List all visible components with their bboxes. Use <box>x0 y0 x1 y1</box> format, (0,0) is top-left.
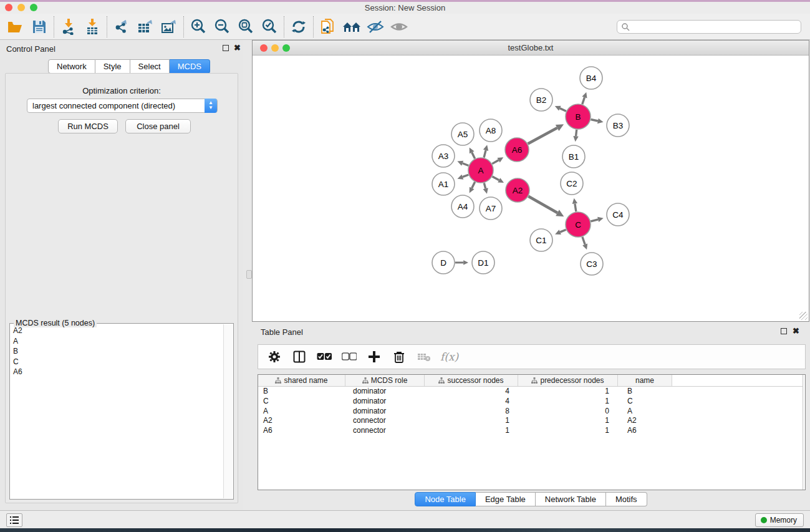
window-resize-grip[interactable] <box>799 312 808 320</box>
criterion-dropdown[interactable]: largest connected component (directed) ▲… <box>27 99 218 113</box>
add-column-button[interactable] <box>365 348 383 365</box>
cell-MCDS-role[interactable]: dominator <box>345 407 425 417</box>
delete-column-button[interactable] <box>390 348 408 365</box>
zoom-in-button[interactable] <box>186 16 210 37</box>
cell-MCDS-role[interactable]: dominator <box>345 387 425 397</box>
edge-A-A6[interactable] <box>492 160 498 164</box>
network-maximize-button[interactable] <box>282 44 290 52</box>
cell-name[interactable]: A <box>618 407 672 417</box>
mcds-result-item[interactable]: B <box>11 346 223 357</box>
save-session-button[interactable] <box>27 16 51 37</box>
table-row[interactable]: Adominator80A <box>258 407 805 417</box>
import-table-button[interactable] <box>80 16 104 37</box>
first-neighbors-button[interactable] <box>340 16 364 37</box>
network-window-titlebar[interactable]: testGlobe.txt <box>253 41 809 56</box>
cell-predecessor-nodes[interactable]: 0 <box>518 407 618 417</box>
zoom-out-button[interactable] <box>210 16 234 37</box>
edge-A-A7[interactable] <box>484 183 485 188</box>
edge-A2-C[interactable] <box>528 196 557 213</box>
show-all-button[interactable] <box>387 16 411 37</box>
float-panel-icon[interactable] <box>223 45 229 51</box>
table-row[interactable]: A6connector11A6 <box>258 426 805 436</box>
edge-A-A1[interactable] <box>463 175 468 177</box>
select-all-button[interactable] <box>316 348 333 365</box>
table-row[interactable]: Bdominator41B <box>258 387 805 397</box>
cell-shared-name[interactable]: A <box>258 407 345 417</box>
refresh-button[interactable] <box>287 16 311 37</box>
edge-C-C2[interactable] <box>575 203 576 211</box>
cell-successor-nodes[interactable]: 1 <box>425 416 518 426</box>
cell-name[interactable]: A2 <box>618 416 672 426</box>
edge-A6-B[interactable] <box>528 128 557 143</box>
task-history-button[interactable] <box>6 513 22 527</box>
table-scrollbar[interactable] <box>803 375 805 490</box>
network-close-button[interactable] <box>260 44 268 52</box>
edge-A-A4[interactable] <box>472 182 475 188</box>
mcds-result-item[interactable]: A6 <box>11 367 223 377</box>
cell-successor-nodes[interactable]: 8 <box>425 407 518 417</box>
export-table-button[interactable] <box>133 16 157 37</box>
cell-successor-nodes[interactable]: 4 <box>425 397 518 407</box>
edge-B-B1[interactable] <box>576 130 577 136</box>
close-window-button[interactable] <box>5 4 12 11</box>
edge-A-A8[interactable] <box>484 150 486 158</box>
column-header-successor-nodes[interactable]: successor nodes <box>425 375 518 386</box>
table-row[interactable]: A2connector11A2 <box>258 416 805 426</box>
close-table-panel-icon[interactable]: ✖ <box>793 327 799 336</box>
deselect-all-button[interactable] <box>340 348 358 365</box>
network-minimize-button[interactable] <box>271 44 279 52</box>
clone-network-button[interactable] <box>316 16 340 37</box>
cell-MCDS-role[interactable]: connector <box>345 416 425 426</box>
tab-edge-table[interactable]: Edge Table <box>476 492 536 506</box>
cell-name[interactable]: C <box>618 397 672 407</box>
cell-successor-nodes[interactable]: 4 <box>425 387 518 397</box>
tab-network[interactable]: Network <box>48 59 95 74</box>
search-input[interactable] <box>630 22 797 31</box>
tab-node-table[interactable]: Node Table <box>415 492 476 506</box>
mcds-result-list[interactable]: A2ABCA6 <box>11 326 223 498</box>
cell-predecessor-nodes[interactable]: 1 <box>518 397 618 407</box>
tab-select[interactable]: Select <box>130 59 170 74</box>
tab-mcds[interactable]: MCDS <box>170 59 210 74</box>
table-options-button[interactable] <box>266 348 283 365</box>
float-table-panel-icon[interactable] <box>781 328 787 334</box>
search-box[interactable] <box>617 20 801 34</box>
edge-B-B4[interactable] <box>582 97 585 104</box>
cell-shared-name[interactable]: C <box>258 397 345 407</box>
edge-C-C4[interactable] <box>591 220 598 221</box>
edge-C-C3[interactable] <box>582 237 585 244</box>
edge-A-A5[interactable] <box>472 152 475 158</box>
column-header-shared-name[interactable]: shared name <box>258 375 345 386</box>
mcds-result-item[interactable]: A <box>11 336 223 347</box>
table-row[interactable]: Cdominator41C <box>258 397 805 407</box>
cell-predecessor-nodes[interactable]: 1 <box>518 426 618 436</box>
edge-A-A2[interactable] <box>492 177 499 180</box>
run-mcds-button[interactable]: Run MCDS <box>58 119 118 133</box>
edge-C-C1[interactable] <box>560 230 566 232</box>
cell-name[interactable]: B <box>618 387 672 397</box>
cell-shared-name[interactable]: B <box>258 387 345 397</box>
tab-style[interactable]: Style <box>95 59 130 74</box>
close-panel-icon[interactable]: ✖ <box>234 44 241 52</box>
edge-A-A3[interactable] <box>463 163 469 166</box>
zoom-selected-button[interactable] <box>258 16 281 37</box>
cell-shared-name[interactable]: A6 <box>258 426 345 436</box>
vertical-splitter-grip[interactable] <box>246 270 252 279</box>
column-header-MCDS-role[interactable]: MCDS role <box>345 375 425 386</box>
tab-network-table[interactable]: Network Table <box>536 492 606 506</box>
maximize-window-button[interactable] <box>30 4 37 11</box>
cell-successor-nodes[interactable]: 1 <box>425 426 518 436</box>
hide-selected-button[interactable] <box>364 16 387 37</box>
export-image-button[interactable] <box>157 16 181 37</box>
edge-B-B2[interactable] <box>560 109 566 112</box>
import-network-button[interactable] <box>57 16 80 37</box>
minimize-window-button[interactable] <box>17 4 25 11</box>
zoom-fit-button[interactable] <box>234 16 258 37</box>
mcds-result-item[interactable]: C <box>11 357 223 367</box>
tab-motifs[interactable]: Motifs <box>606 492 647 506</box>
network-graph[interactable]: B4B2BB3A8A5A6A3B1AA1C2A2A4A7C4CC1C3DD1 <box>253 56 809 321</box>
mcds-result-item[interactable]: A2 <box>11 326 223 336</box>
cell-predecessor-nodes[interactable]: 1 <box>518 387 618 397</box>
cell-name[interactable]: A6 <box>618 426 672 436</box>
close-panel-button[interactable]: Close panel <box>125 119 191 133</box>
